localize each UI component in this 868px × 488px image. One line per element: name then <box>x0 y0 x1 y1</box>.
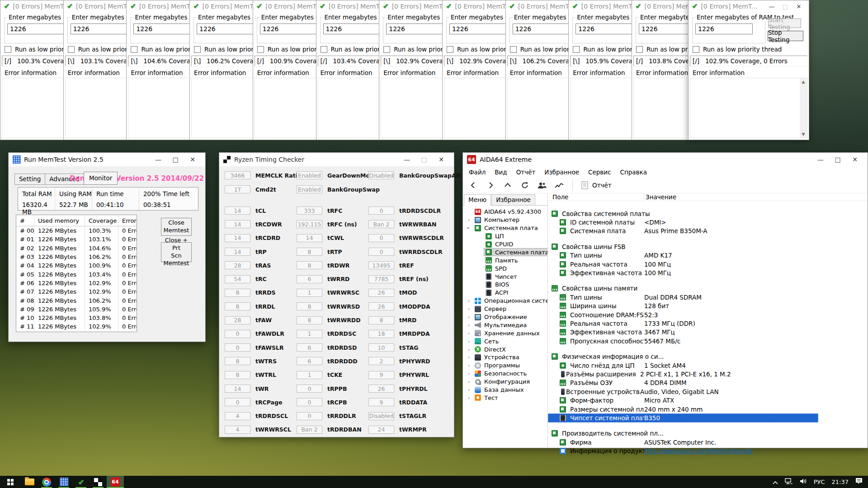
report-row[interactable]: Встроенные устройства Audio, Video, Giga… <box>548 387 818 396</box>
checkbox-box[interactable] <box>447 46 453 53</box>
report-row[interactable]: Физическая информация о си... <box>548 352 818 361</box>
tree-item[interactable]: Программы <box>463 361 547 370</box>
tab[interactable]: Monitor <box>84 172 118 185</box>
maximize-button[interactable]: □ <box>167 156 184 163</box>
run-memtest-titlebar[interactable]: Run MemTest Version 2.5 — □ ✕ <box>9 153 205 166</box>
tree-expand-icon[interactable] <box>465 346 473 353</box>
users-icon[interactable] <box>537 180 547 190</box>
taskbar-app-tile[interactable] <box>90 476 107 488</box>
maximize-button[interactable]: □ <box>778 3 792 10</box>
aida64-window[interactable]: 64 AIDA64 Extreme — □ ✕ ФайлВидОтчётИзбр… <box>462 152 868 448</box>
tree-item-content[interactable]: ACPI <box>484 289 510 297</box>
ram-amount-input[interactable] <box>513 23 570 34</box>
report-row[interactable]: Свойства шины FSB <box>548 242 818 251</box>
taskbar-app-tile[interactable] <box>107 476 124 488</box>
taskbar-app-tile[interactable] <box>72 476 90 488</box>
memtest-titlebar[interactable]: ✔ [0 Errors] MemT... — □ ✕ <box>689 0 809 12</box>
tree-item-content[interactable]: BIOS <box>484 281 511 289</box>
tree-expand-icon[interactable] <box>465 394 473 401</box>
close-prtscn-memtest-button[interactable]: Close + Prt Scn Memtest <box>161 242 192 262</box>
minimize-button[interactable]: — <box>812 156 829 163</box>
tree-item-content[interactable]: Компьютер <box>473 216 521 224</box>
checkbox-box[interactable] <box>510 46 517 53</box>
tree-item[interactable]: Тест <box>463 394 547 402</box>
start-testing-button[interactable]: Start Testing <box>768 19 801 28</box>
tree-item[interactable]: ЦП <box>463 232 547 240</box>
tree-item[interactable]: Сервер <box>463 305 547 313</box>
close-button[interactable]: ✕ <box>433 156 450 163</box>
report-row[interactable]: Соотношение DRAM:FSB 52:3 <box>548 310 818 319</box>
minimize-button[interactable]: — <box>398 156 415 163</box>
report-row[interactable]: ID системной платы <DMI> <box>548 218 818 226</box>
clock[interactable]: 21:37 <box>832 479 849 485</box>
report-row[interactable]: Информация о продукте http://www.asus.co… <box>548 446 818 455</box>
scroll-down-icon[interactable]: ▼ <box>802 131 805 138</box>
tree-expand-icon[interactable] <box>465 297 473 304</box>
report-row[interactable]: Свойства шины памяти <box>548 284 818 293</box>
menu-item[interactable]: Избранное <box>540 169 584 176</box>
tree-item-content[interactable]: ЦП <box>484 232 506 240</box>
ram-amount-input[interactable] <box>695 23 753 34</box>
field-column-header[interactable]: Поле <box>548 193 644 201</box>
tree-item-content[interactable]: Чипсет <box>484 272 519 281</box>
ram-amount-input[interactable] <box>197 23 254 34</box>
tree-item[interactable]: ACPI <box>463 289 547 297</box>
maximize-button[interactable]: □ <box>829 156 846 163</box>
tree-item[interactable]: Сеть <box>463 337 547 345</box>
tree-item[interactable]: Системная плата <box>463 248 547 256</box>
tree-item-content[interactable]: Программы <box>473 361 522 370</box>
minimize-button[interactable]: — <box>150 156 167 163</box>
report-row[interactable]: Свойства системной платы <box>548 209 818 218</box>
checkbox-box[interactable] <box>5 46 11 53</box>
memtest-window-active[interactable]: ✔ [0 Errors] MemT... — □ ✕ Enter megabyt… <box>688 0 809 140</box>
report-row[interactable]: Число гнёзд для ЦП 1 Socket AM4 <box>548 361 818 370</box>
report-row[interactable]: Разъёмы ОЗУ 4 DDR4 DIMM <box>548 379 818 387</box>
menu-item[interactable]: Отчёт <box>512 169 540 176</box>
report-row[interactable]: Реальная частота 1733 МГц (DDR) <box>548 319 818 328</box>
ram-amount-input[interactable] <box>639 23 696 34</box>
aida64-titlebar[interactable]: 64 AIDA64 Extreme — □ ✕ <box>463 153 868 166</box>
checkbox-box[interactable] <box>383 46 390 53</box>
taskbar-app-tile[interactable] <box>55 476 72 488</box>
checkbox-box[interactable] <box>573 46 580 53</box>
close-memtest-button[interactable]: Close Memtest <box>161 218 192 236</box>
language-indicator[interactable]: РУС <box>814 479 825 485</box>
tab[interactable]: Setting <box>14 174 45 185</box>
forward-icon[interactable] <box>486 180 495 190</box>
tree-expand-icon[interactable] <box>465 354 473 361</box>
ram-amount-input[interactable] <box>260 23 317 34</box>
report-button[interactable]: Отчёт <box>581 181 612 189</box>
tree-item[interactable]: Системная плата <box>463 224 547 232</box>
tree-item-content[interactable]: DirectX <box>473 345 508 353</box>
tree-item-content[interactable]: Операционная система <box>473 297 547 305</box>
report-row[interactable]: Фирма ASUSTeK Computer Inc. <box>548 438 818 446</box>
report-row[interactable]: Производитель системной пл... <box>548 429 818 438</box>
tree-item[interactable]: База данных <box>463 386 547 394</box>
tree-expand-icon[interactable] <box>465 378 473 385</box>
report-row[interactable]: Чипсет системной платы B350 <box>548 413 818 422</box>
ryzen-titlebar[interactable]: Ryzen Timing Checker — □ ✕ <box>219 153 454 166</box>
report-row[interactable]: Ширина шины 128 бит <box>548 302 818 310</box>
tree-expand-icon[interactable] <box>465 330 473 337</box>
tree-item-content[interactable]: Сеть <box>473 337 500 345</box>
tree-expand-icon[interactable] <box>465 225 473 231</box>
maximize-button[interactable]: □ <box>415 156 433 163</box>
tree-item[interactable]: Конфигурация <box>463 378 547 386</box>
scroll-up-icon[interactable]: ▲ <box>802 78 805 85</box>
tree-item[interactable]: AIDA64 v5.92.4300 <box>463 208 547 216</box>
tree-item-content[interactable]: Тест <box>473 394 500 402</box>
tree-item-content[interactable]: Системная плата <box>473 224 540 232</box>
tree-item[interactable]: Компьютер <box>463 216 547 224</box>
taskbar-app-tile[interactable] <box>21 476 38 488</box>
chart-icon[interactable] <box>554 180 564 190</box>
tree-item-content[interactable]: Мультимедиа <box>473 321 528 329</box>
checkbox-box[interactable] <box>194 46 201 53</box>
checkbox-box[interactable] <box>636 46 643 53</box>
refresh-icon[interactable] <box>520 180 530 190</box>
ram-amount-input[interactable] <box>7 23 65 34</box>
volume-icon[interactable] <box>800 478 807 486</box>
tree-expand-icon[interactable] <box>465 305 473 312</box>
close-button[interactable]: ✕ <box>846 156 863 163</box>
tree-item[interactable]: BIOS <box>463 281 547 289</box>
tree-item[interactable]: CPUID <box>463 240 547 249</box>
